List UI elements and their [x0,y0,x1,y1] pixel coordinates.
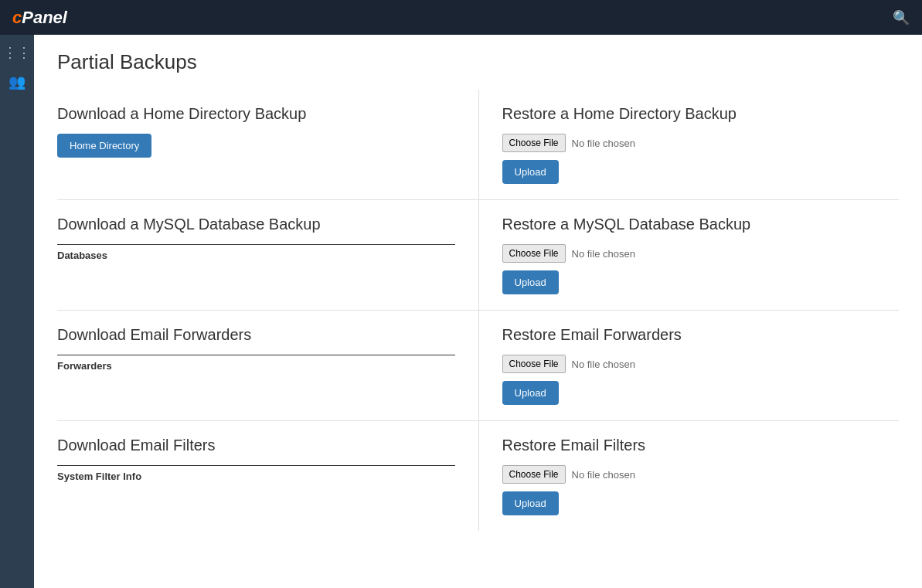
forwarders-restore-section: Restore Email Forwarders Choose File No … [478,311,900,420]
main-content: Partial Backups Download a Home Director… [34,35,922,588]
filters-file-input-row: Choose File No file chosen [502,465,900,484]
users-icon[interactable]: 👥 [9,73,26,90]
grid-icon[interactable]: ⋮⋮ [3,44,31,61]
search-icon[interactable]: 🔍 [893,9,910,26]
home-dir-choose-file-button[interactable]: Choose File [502,134,566,152]
home-dir-restore-section: Restore a Home Directory Backup Choose F… [478,90,900,199]
mysql-table-header: Databases [57,245,455,266]
home-dir-upload-button[interactable]: Upload [502,160,559,184]
filters-choose-file-button[interactable]: Choose File [502,465,566,484]
navbar: cPanel 🔍 [0,0,922,35]
forwarders-file-input-row: Choose File No file chosen [502,355,900,373]
forwarders-row: Download Email Forwarders Forwarders Res… [57,311,899,421]
filters-row: Download Email Filters System Filter Inf… [57,421,899,531]
forwarders-upload-button[interactable]: Upload [502,381,559,405]
home-dir-no-file-label: No file chosen [572,138,635,149]
home-dir-file-input-row: Choose File No file chosen [502,134,900,152]
filters-table: System Filter Info [57,465,455,487]
mysql-download-title: Download a MySQL Database Backup [57,216,455,233]
filters-download-section: Download Email Filters System Filter Inf… [57,421,478,531]
filters-upload-button[interactable]: Upload [502,491,559,515]
mysql-choose-file-button[interactable]: Choose File [502,244,566,263]
mysql-download-section: Download a MySQL Database Backup Databas… [57,200,478,310]
sidebar: ⋮⋮ 👥 [0,35,34,588]
home-dir-download-section: Download a Home Directory Backup Home Di… [57,90,478,199]
filters-table-header: System Filter Info [57,466,455,487]
filters-restore-title: Restore Email Filters [502,437,900,454]
forwarders-download-title: Download Email Forwarders [57,326,455,344]
forwarders-download-section: Download Email Forwarders Forwarders [57,311,478,420]
page-title: Partial Backups [57,50,899,74]
mysql-no-file-label: No file chosen [572,248,635,260]
forwarders-restore-title: Restore Email Forwarders [502,326,900,344]
mysql-restore-title: Restore a MySQL Database Backup [502,216,900,233]
mysql-row: Download a MySQL Database Backup Databas… [57,200,899,311]
mysql-file-input-row: Choose File No file chosen [502,244,900,263]
mysql-upload-button[interactable]: Upload [502,270,559,294]
navbar-brand: cPanel [12,8,67,28]
forwarders-table-header: Forwarders [57,355,455,376]
forwarders-choose-file-button[interactable]: Choose File [502,355,566,373]
mysql-restore-section: Restore a MySQL Database Backup Choose F… [478,200,900,310]
filters-no-file-label: No file chosen [572,469,635,481]
home-directory-row: Download a Home Directory Backup Home Di… [57,90,899,200]
home-directory-button[interactable]: Home Directory [57,134,151,158]
home-dir-restore-title: Restore a Home Directory Backup [502,105,900,123]
forwarders-no-file-label: No file chosen [572,359,635,370]
home-dir-download-title: Download a Home Directory Backup [57,105,455,123]
forwarders-table: Forwarders [57,355,455,376]
filters-restore-section: Restore Email Filters Choose File No fil… [478,421,900,531]
mysql-table: Databases [57,244,455,266]
filters-download-title: Download Email Filters [57,437,455,454]
